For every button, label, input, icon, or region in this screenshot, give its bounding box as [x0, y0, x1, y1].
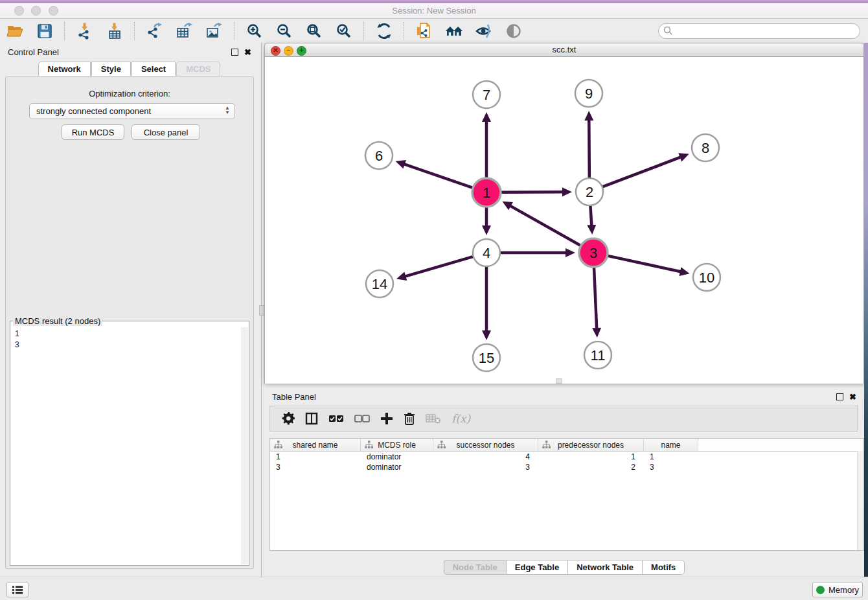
graph-edge-2-9[interactable] — [589, 119, 589, 178]
save-session-icon[interactable] — [36, 22, 54, 40]
graph-node-3[interactable]: 3 — [579, 238, 608, 267]
import-table-icon[interactable] — [106, 22, 124, 40]
clone-network-icon[interactable] — [415, 22, 433, 40]
delete-row-icon[interactable] — [404, 410, 415, 427]
column-header-successor-nodes[interactable]: successor nodes — [433, 439, 538, 451]
function-builder-icon[interactable]: f(x) — [451, 410, 470, 427]
zoom-out-icon[interactable] — [275, 22, 293, 40]
table-row[interactable]: 3dominator323 — [270, 462, 863, 472]
network-window-titlebar[interactable]: ✕ − + scc.txt — [264, 43, 864, 57]
graph-node-10[interactable]: 10 — [693, 264, 720, 291]
cell-MCDS-role[interactable]: dominator — [361, 452, 433, 462]
cell-name[interactable]: 3 — [644, 462, 698, 472]
graph-edge-3-1[interactable] — [510, 205, 580, 246]
graph-edge-3-10[interactable] — [608, 256, 681, 272]
graph-edge-1-2[interactable] — [501, 192, 564, 192]
zoom-in-icon[interactable] — [246, 22, 264, 40]
zoom-selected-icon[interactable] — [335, 22, 353, 40]
mcds-result-item[interactable]: 1 — [15, 329, 242, 340]
network-maximize-button[interactable]: + — [297, 46, 306, 56]
export-network-icon[interactable] — [146, 22, 164, 40]
cell-MCDS-role[interactable]: dominator — [361, 462, 433, 472]
panel-splitter[interactable] — [259, 43, 264, 577]
network-close-button[interactable]: ✕ — [271, 46, 280, 56]
table-scrollbar[interactable] — [857, 451, 863, 550]
refresh-icon[interactable] — [375, 22, 393, 40]
mcds-result-list[interactable]: 13 — [11, 327, 242, 564]
column-header-shared-name[interactable]: shared name — [270, 439, 361, 451]
graph-node-6[interactable]: 6 — [365, 142, 393, 169]
graph-node-8[interactable]: 8 — [692, 134, 719, 161]
mcds-result-item[interactable]: 3 — [15, 340, 242, 351]
column-header-predecessor-nodes[interactable]: predecessor nodes — [538, 439, 644, 451]
tab-mcds[interactable]: MCDS — [176, 62, 220, 76]
table-row[interactable]: 1dominator411 — [270, 452, 863, 462]
graph-edge-arrow — [562, 187, 572, 196]
graph-node-9[interactable]: 9 — [575, 80, 602, 107]
settings-icon[interactable] — [282, 410, 295, 427]
tab-network[interactable]: Network — [38, 62, 91, 76]
minimize-window-button[interactable] — [31, 6, 41, 16]
import-network-icon[interactable] — [76, 22, 94, 40]
graph-node-11[interactable]: 11 — [584, 341, 611, 369]
table-header-row: shared nameMCDS rolesuccessor nodesprede… — [270, 439, 863, 452]
add-row-icon[interactable] — [380, 410, 393, 427]
tab-edge-table[interactable]: Edge Table — [506, 560, 567, 575]
cell-predecessor-nodes[interactable]: 1 — [538, 452, 644, 462]
close-panel-icon[interactable]: ✖ — [244, 48, 251, 56]
search-input[interactable] — [658, 23, 860, 39]
criterion-select[interactable]: strongly connected component ▲▼ — [29, 103, 235, 119]
graph-node-7[interactable]: 7 — [473, 81, 500, 108]
graph-node-1[interactable]: 1 — [472, 178, 501, 207]
memory-button[interactable]: Memory — [812, 582, 863, 597]
canvas-resize-handle[interactable] — [556, 378, 562, 384]
export-table-icon[interactable] — [176, 22, 194, 40]
close-table-panel-icon[interactable]: ✖ — [849, 393, 856, 401]
maximize-window-button[interactable] — [49, 6, 58, 16]
cell-successor-nodes[interactable]: 4 — [433, 452, 538, 462]
select-all-icon[interactable] — [328, 410, 344, 427]
close-window-button[interactable] — [14, 6, 24, 16]
graph-node-4[interactable]: 4 — [473, 239, 500, 266]
graph-edge-2-3[interactable] — [590, 206, 591, 226]
graph-edge-2-8[interactable] — [603, 157, 681, 187]
column-header-name[interactable]: name — [644, 439, 698, 451]
graph-node-2[interactable]: 2 — [576, 178, 603, 205]
export-image-icon[interactable] — [205, 22, 223, 40]
home-icon[interactable] — [445, 22, 463, 40]
fit-content-icon[interactable] — [305, 22, 323, 40]
hide-details-icon[interactable] — [475, 22, 493, 40]
cell-shared-name[interactable]: 3 — [270, 462, 361, 472]
cell-shared-name[interactable]: 1 — [270, 452, 361, 462]
tab-node-table[interactable]: Node Table — [444, 560, 506, 575]
result-list-scrollbar[interactable] — [242, 327, 248, 564]
task-history-button[interactable] — [6, 582, 29, 597]
graph-node-14[interactable]: 14 — [366, 270, 393, 297]
network-canvas[interactable]: 7968124314101511 — [265, 57, 863, 384]
network-minimize-button[interactable]: − — [284, 46, 293, 56]
cell-predecessor-nodes[interactable]: 2 — [538, 462, 644, 472]
delete-table-icon[interactable] — [426, 410, 441, 427]
close-panel-button[interactable]: Close panel — [131, 124, 200, 140]
table-panel-header: Table Panel ✖ — [264, 387, 864, 406]
tab-network-table[interactable]: Network Table — [567, 560, 642, 575]
cell-name[interactable]: 1 — [644, 452, 698, 462]
float-panel-icon[interactable] — [231, 49, 238, 56]
open-session-icon[interactable] — [6, 22, 24, 40]
columns-icon[interactable] — [305, 410, 318, 427]
graph-edge-3-11[interactable] — [594, 268, 597, 329]
tab-select[interactable]: Select — [131, 62, 176, 76]
column-header-MCDS-role[interactable]: MCDS role — [361, 439, 433, 451]
tab-style[interactable]: Style — [91, 62, 131, 76]
control-panel-tabs: NetworkStyleSelectMCDS — [0, 62, 259, 76]
cell-successor-nodes[interactable]: 3 — [433, 462, 538, 472]
deselect-all-icon[interactable] — [354, 410, 370, 427]
run-mcds-button[interactable]: Run MCDS — [62, 124, 124, 140]
column-type-icon — [274, 441, 282, 448]
graph-edge-4-14[interactable] — [404, 257, 472, 277]
graph-edge-1-6[interactable] — [404, 164, 472, 188]
graph-node-15[interactable]: 15 — [473, 344, 500, 371]
show-details-icon[interactable] — [505, 22, 523, 40]
float-table-panel-icon[interactable] — [836, 393, 843, 400]
tab-motifs[interactable]: Motifs — [642, 560, 685, 575]
